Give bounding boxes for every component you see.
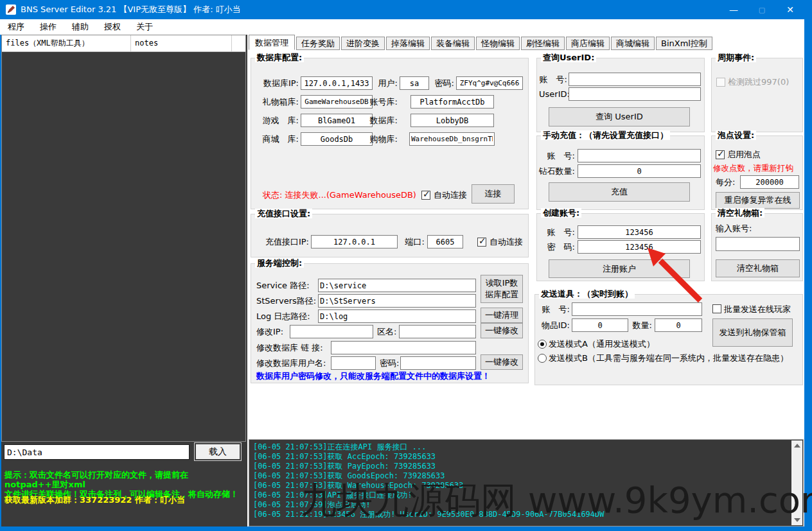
tab-equip-edit[interactable]: 装备编辑 — [431, 37, 475, 50]
menu-item-program[interactable]: 程序 — [0, 21, 32, 33]
gift-db-input[interactable] — [301, 95, 373, 109]
tab-binxml[interactable]: BinXml控制 — [656, 37, 712, 50]
clear-giftbox-account-label: 输入账号: — [716, 222, 752, 235]
read-ip-db-button[interactable]: 读取IP数据库配置 — [481, 275, 523, 303]
group-create-account: 创建账号: 账 号: 密 码: 注册账户 — [536, 213, 705, 281]
query-account-input[interactable] — [569, 73, 701, 86]
qq-group-text: 获取最新版本加群：337223922 作者：叮小当 — [4, 494, 243, 506]
per-minute-input[interactable] — [740, 175, 799, 189]
gift-db-label: 礼物箱库: — [256, 95, 299, 109]
create-password-input[interactable] — [578, 240, 701, 254]
tab-monster-edit[interactable]: 怪物编辑 — [476, 37, 520, 50]
close-icon[interactable]: ✕ — [776, 0, 804, 19]
tab-data-manage[interactable]: 数据管理 — [249, 35, 295, 50]
clean-button[interactable]: 一键清理 — [481, 308, 523, 323]
batch-send-checkbox[interactable] — [712, 304, 721, 313]
manual-account-input[interactable] — [578, 149, 701, 162]
zone-input[interactable] — [399, 325, 476, 338]
recharge-port-label: 端口: — [403, 235, 425, 248]
register-button[interactable]: 注册账户 — [549, 259, 690, 278]
clear-giftbox-button[interactable]: 清空礼物箱 — [716, 259, 800, 277]
query-userid-label: UserID: — [539, 87, 567, 101]
menu-item-authorize[interactable]: 授权 — [96, 21, 128, 33]
db-password-input[interactable] — [456, 76, 523, 90]
tab-drop-edit[interactable]: 掉落编辑 — [386, 37, 430, 50]
acct-db-input[interactable] — [410, 95, 494, 109]
send-account-input[interactable] — [572, 302, 702, 316]
db-password2-input[interactable] — [400, 356, 476, 370]
group-query-userid: 查询UserID: 账 号: UserID: 查询 UserID — [536, 58, 705, 132]
enable-paodian-checkbox[interactable] — [716, 150, 725, 159]
restart-fix-button[interactable]: 重启修复异常在线 — [716, 192, 800, 209]
minimize-icon[interactable]: — — [719, 0, 748, 19]
modify-ip-input[interactable] — [290, 325, 373, 338]
log-line: [06-05 21:07:53]正在连接API 服务接口 ... — [253, 442, 790, 452]
menu-item-operate[interactable]: 操作 — [32, 21, 64, 33]
data-db-input[interactable] — [410, 114, 494, 127]
create-account-input[interactable] — [578, 225, 701, 239]
db-password2-label: 密码: — [380, 356, 399, 370]
connect-button[interactable]: 连接 — [472, 184, 515, 204]
log-path-input[interactable] — [318, 309, 476, 323]
db-username-input[interactable] — [331, 356, 376, 370]
menu-item-about[interactable]: 关于 — [128, 21, 161, 33]
recharge-auto-connect-checkbox[interactable] — [477, 238, 486, 247]
tab-advance-change[interactable]: 进阶变换 — [341, 37, 385, 50]
tab-shop-edit[interactable]: 商店编辑 — [566, 37, 610, 50]
mall-db-input[interactable] — [301, 132, 373, 146]
item-qty-input[interactable] — [655, 318, 702, 332]
group-title-clear-giftbox: 清空礼物箱: — [716, 208, 764, 218]
zone-label: 区名: — [377, 325, 398, 338]
send-mode-b-radio[interactable] — [538, 354, 547, 363]
db-user-label: 用户: — [376, 76, 398, 90]
menu-bar: 程序 操作 辅助 授权 关于 — [0, 19, 804, 35]
manual-account-label: 账 号: — [540, 149, 575, 162]
modify-button-2[interactable]: 一键修改 — [481, 354, 523, 370]
modify-button-1[interactable]: 一键修改 — [481, 323, 523, 338]
query-userid-input[interactable] — [569, 87, 701, 101]
paodian-warn-text: 修改点数，请重新打钩 — [713, 161, 793, 175]
recharge-port-input[interactable] — [427, 235, 463, 248]
db-password-label: 密码: — [432, 76, 454, 90]
column-header-files[interactable]: files（XML帮助工具） — [2, 35, 131, 51]
tab-mall-edit[interactable]: 商城编辑 — [611, 37, 655, 50]
recharge-button[interactable]: 充值 — [549, 182, 690, 202]
db-status-text: 状态: 连接失败...(GameWarehouseDB) — [263, 188, 416, 202]
send-mode-a-radio[interactable] — [538, 340, 547, 349]
db-auto-connect-checkbox[interactable] — [421, 191, 430, 200]
db-link-input[interactable] — [331, 341, 476, 354]
group-title-paodian: 泡点设置: — [716, 130, 756, 140]
game-db-label: 游戏 库: — [256, 114, 299, 127]
send-to-giftbox-button[interactable]: 发送到礼物保管箱 — [712, 318, 793, 347]
tab-spawn-edit[interactable]: 刷怪编辑 — [521, 37, 565, 50]
service-path-input[interactable] — [318, 279, 476, 292]
service-path-label: Service 路径: — [256, 279, 317, 292]
data-db-label: 数据库: — [368, 114, 398, 127]
clear-giftbox-account-input[interactable] — [716, 237, 800, 251]
load-button[interactable]: 载入 — [195, 443, 241, 460]
shop-db-input[interactable] — [409, 132, 495, 146]
menu-item-assist[interactable]: 辅助 — [64, 21, 96, 33]
db-ip-input[interactable] — [301, 76, 373, 90]
recharge-ip-input[interactable] — [311, 235, 398, 248]
tab-task-reward[interactable]: 任务奖励 — [296, 37, 340, 50]
scroll-up-icon[interactable] — [794, 444, 800, 448]
item-id-input[interactable] — [572, 318, 628, 332]
data-path-input[interactable] — [4, 444, 190, 460]
game-db-input[interactable] — [301, 114, 373, 127]
group-period-event: 周期事件: 检测跳过997(0) — [711, 58, 803, 132]
recharge-auto-connect-label: 自动连接 — [490, 235, 523, 248]
db-user-input[interactable] — [400, 76, 429, 90]
diamond-qty-input[interactable] — [578, 164, 701, 178]
main-panel: 数据管理 任务奖励 进阶变换 掉落编辑 装备编辑 怪物编辑 刷怪编辑 商店编辑 … — [247, 35, 804, 527]
query-userid-button[interactable]: 查询 UserID — [549, 107, 690, 126]
group-title-send-item: 发送道具：（实时到账） — [539, 289, 635, 299]
column-header-notes[interactable]: notes — [131, 35, 232, 51]
item-qty-label: 数量: — [631, 318, 652, 332]
hint-line-1: 提示：双击文件名可以打开对应的文件，请提前在notpad++里对xml — [4, 470, 243, 489]
app-window: BNS Server Editor 3.21 【VIP无敌至尊版】 作者: 叮小… — [0, 0, 812, 531]
recharge-ip-label: 充值接口IP: — [258, 235, 309, 248]
db-auto-connect-label: 自动连接 — [434, 188, 467, 202]
query-account-label: 账 号: — [539, 73, 567, 86]
stservers-path-input[interactable] — [318, 294, 476, 308]
